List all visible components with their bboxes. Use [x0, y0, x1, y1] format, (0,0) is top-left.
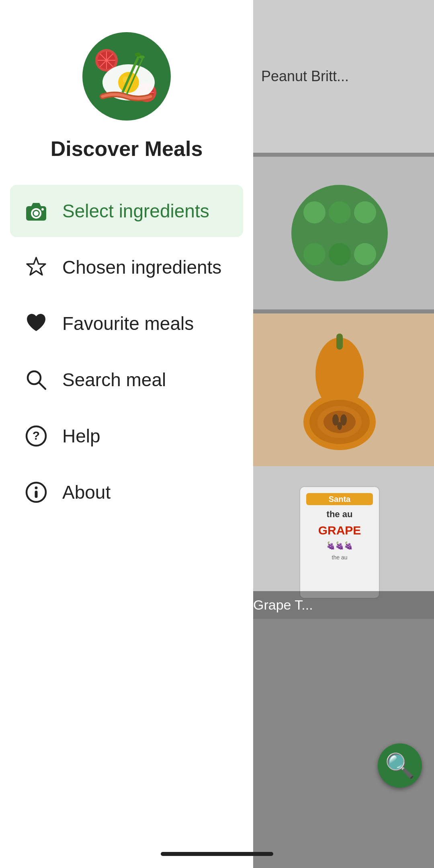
app-title: Discover Meals — [51, 137, 203, 161]
app-logo — [82, 32, 171, 121]
nav-item-select-ingredients[interactable]: Select ingredients — [10, 185, 243, 237]
nav-label-search-meal: Search meal — [62, 369, 166, 391]
svg-rect-8 — [336, 334, 343, 350]
background-panel: Peanut Britt... Brussels Spro... — [245, 0, 434, 868]
svg-point-28 — [34, 211, 39, 216]
bg-food-item-4: Santa the au GRAPE 🍇🍇🍇 the au Grape T... — [245, 466, 434, 619]
nav-item-favourite-meals[interactable]: Favourite meals — [10, 297, 243, 350]
svg-point-36 — [35, 487, 38, 489]
star-icon-container — [22, 253, 50, 281]
heart-icon-container — [22, 309, 50, 338]
nav-label-favourite-meals: Favourite meals — [62, 313, 194, 334]
search-icon-container — [22, 366, 50, 394]
bg-food-item-2: Brussels Spro... — [245, 157, 434, 309]
nav-label-chosen-ingredients: Chosen ingredients — [62, 256, 221, 278]
svg-rect-37 — [35, 491, 38, 498]
svg-point-29 — [41, 208, 44, 211]
svg-point-7 — [337, 422, 342, 430]
nav-label-help: Help — [62, 425, 100, 447]
svg-line-32 — [39, 383, 45, 389]
nav-item-about[interactable]: About — [10, 466, 243, 518]
search-fab[interactable]: 🔍 — [378, 743, 422, 788]
nav-label-select-ingredients: Select ingredients — [62, 200, 209, 222]
nav-item-chosen-ingredients[interactable]: Chosen ingredients — [10, 241, 243, 293]
info-icon — [25, 481, 48, 504]
grape-label: Grape T... — [245, 591, 434, 619]
home-indicator — [161, 852, 273, 856]
bg-food-item-3: Butternut Squ... — [245, 313, 434, 466]
star-icon — [25, 256, 48, 279]
navigation-drawer: Discover Meals Select ingredients Chosen… — [0, 0, 253, 868]
nav-label-about: About — [62, 481, 111, 503]
heart-icon — [25, 312, 48, 335]
bg-food-label-1: Peanut Britt... — [253, 64, 357, 89]
search-fab-icon: 🔍 — [385, 751, 415, 780]
svg-text:?: ? — [33, 429, 40, 442]
camera-icon — [24, 199, 48, 223]
search-icon — [25, 368, 48, 391]
help-icon-container: ? — [22, 422, 50, 450]
nav-item-help[interactable]: ? Help — [10, 410, 243, 462]
svg-point-25 — [139, 55, 145, 59]
nav-item-search-meal[interactable]: Search meal — [10, 354, 243, 406]
svg-marker-30 — [27, 258, 45, 275]
camera-icon-container — [22, 197, 50, 225]
bg-food-item-1: Peanut Britt... — [245, 0, 434, 153]
info-icon-container — [22, 478, 50, 506]
help-icon: ? — [25, 424, 48, 448]
